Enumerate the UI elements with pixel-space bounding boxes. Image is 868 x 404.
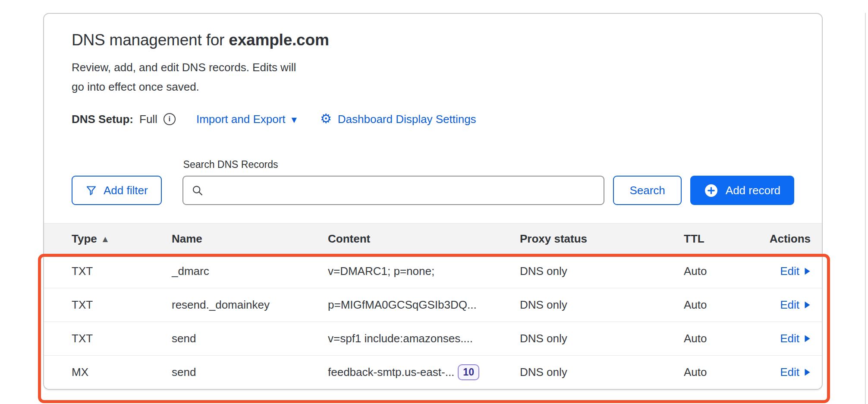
add-filter-label: Add filter [104, 184, 148, 197]
chevron-right-icon [804, 301, 811, 309]
add-record-label: Add record [726, 184, 780, 197]
column-header-name[interactable]: Name [172, 232, 328, 246]
cell-content: p=MIGfMA0GCSqGSIb3DQ... [328, 298, 520, 312]
column-header-type[interactable]: Type ▲ [72, 232, 172, 246]
cell-name: send [172, 332, 328, 345]
table-header-row: Type ▲ Name Content Proxy status TTL Act… [44, 223, 822, 254]
cell-type: MX [72, 366, 172, 379]
cell-content: v=DMARC1; p=none; [328, 265, 520, 278]
search-field-group: Search DNS Records [182, 159, 605, 205]
column-header-proxy-status[interactable]: Proxy status [520, 232, 684, 246]
cell-ttl: Auto [684, 332, 752, 345]
content-text: feedback-smtp.us-east-... [328, 366, 454, 379]
search-box [182, 176, 605, 205]
chevron-right-icon [804, 368, 811, 376]
edit-link[interactable]: Edit [780, 298, 811, 312]
search-icon [191, 184, 204, 197]
column-header-type-label: Type [72, 232, 97, 246]
dns-setup-value: Full [139, 113, 157, 126]
cell-content: feedback-smtp.us-east-... 10 [328, 364, 520, 380]
page-description: Review, add, and edit DNS records. Edits… [72, 58, 822, 97]
cell-type: TXT [72, 298, 172, 312]
table-row: MX send feedback-smtp.us-east-... 10 DNS… [44, 355, 822, 389]
dns-records-table: Type ▲ Name Content Proxy status TTL Act… [44, 223, 822, 389]
search-label: Search DNS Records [183, 159, 605, 170]
screen: DNS management for example.com Review, a… [0, 13, 868, 404]
dns-management-card: DNS management for example.com Review, a… [43, 13, 823, 390]
plus-icon [704, 183, 718, 198]
cell-proxy-status: DNS only [520, 366, 684, 379]
table-row: TXT resend._domainkey p=MIGfMA0GCSqGSIb3… [44, 288, 822, 322]
cell-proxy-status: DNS only [520, 265, 684, 278]
mx-priority-badge: 10 [458, 364, 479, 380]
dashboard-display-settings-label: Dashboard Display Settings [338, 113, 476, 126]
edit-label: Edit [780, 265, 799, 278]
info-icon[interactable]: i [164, 113, 176, 125]
search-input[interactable] [182, 176, 605, 205]
cell-name: _dmarc [172, 265, 328, 278]
filter-funnel-icon [85, 185, 97, 196]
cell-content: v=spf1 include:amazonses.... [328, 332, 520, 345]
dashboard-display-settings-link[interactable]: ⚙ Dashboard Display Settings [320, 113, 476, 126]
cell-type: TXT [72, 265, 172, 278]
column-header-ttl[interactable]: TTL [684, 232, 752, 246]
cell-proxy-status: DNS only [520, 298, 684, 312]
page-title-prefix: DNS management for [72, 31, 224, 49]
content-text: p=MIGfMA0GCSqGSIb3DQ... [328, 298, 477, 312]
cell-name: send [172, 366, 328, 379]
table-row: TXT send v=spf1 include:amazonses.... DN… [44, 322, 822, 355]
cell-type: TXT [72, 332, 172, 345]
edit-link[interactable]: Edit [780, 332, 811, 345]
chevron-right-icon [804, 335, 811, 343]
cell-name: resend._domainkey [172, 298, 328, 312]
domain-name: example.com [229, 31, 329, 49]
import-export-link[interactable]: Import and Export ▼ [196, 113, 297, 126]
table-row: TXT _dmarc v=DMARC1; p=none; DNS only Au… [44, 254, 822, 288]
edit-label: Edit [780, 298, 799, 312]
import-export-label: Import and Export [196, 113, 286, 126]
cell-proxy-status: DNS only [520, 332, 684, 345]
cell-ttl: Auto [684, 265, 752, 278]
add-filter-button[interactable]: Add filter [72, 176, 162, 205]
table-body: TXT _dmarc v=DMARC1; p=none; DNS only Au… [44, 254, 822, 389]
edit-label: Edit [780, 332, 799, 345]
edit-label: Edit [780, 366, 799, 379]
column-header-content[interactable]: Content [328, 232, 520, 246]
content-text: v=DMARC1; p=none; [328, 265, 434, 278]
chevron-right-icon [804, 267, 811, 275]
cell-actions: Edit [780, 265, 811, 278]
records-toolbar: Add filter Search DNS Records Search Add… [72, 159, 794, 205]
cell-ttl: Auto [684, 366, 752, 379]
content-text: v=spf1 include:amazonses.... [328, 332, 473, 345]
cell-actions: Edit [780, 366, 811, 379]
search-button[interactable]: Search [613, 176, 681, 205]
add-record-button[interactable]: Add record [690, 176, 794, 205]
dns-setup-label: DNS Setup: [72, 113, 133, 126]
cell-actions: Edit [780, 298, 811, 312]
chevron-down-icon: ▼ [292, 116, 297, 124]
cell-actions: Edit [780, 332, 811, 345]
gear-icon: ⚙ [320, 112, 332, 125]
cell-ttl: Auto [684, 298, 752, 312]
page-title: DNS management for example.com [72, 31, 822, 49]
sort-ascending-icon: ▲ [103, 235, 108, 243]
edit-link[interactable]: Edit [780, 366, 811, 379]
edit-link[interactable]: Edit [780, 265, 811, 278]
dns-setup-row: DNS Setup: Full i Import and Export ▼ ⚙ … [72, 111, 822, 127]
column-header-actions: Actions [752, 232, 811, 246]
screen-edge-line [865, 13, 866, 404]
